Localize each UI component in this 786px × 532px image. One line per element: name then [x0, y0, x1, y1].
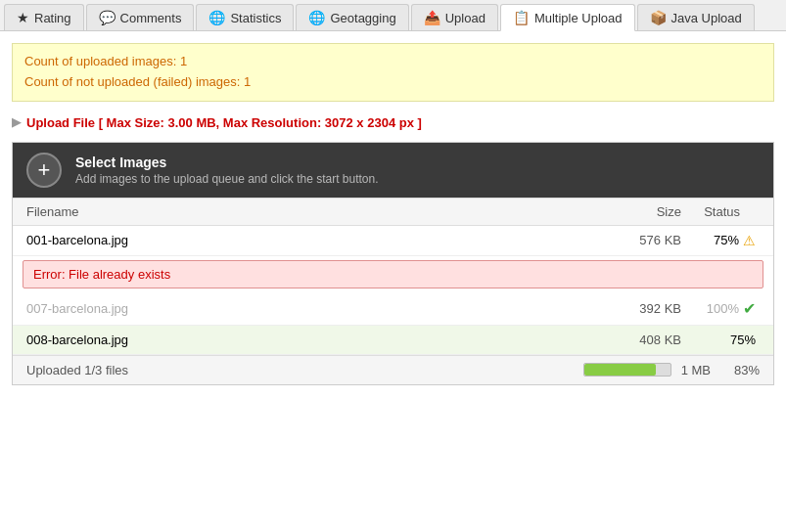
- select-images-bar: + Select Images Add images to the upload…: [13, 143, 773, 198]
- footer-size: 1 MB: [681, 363, 711, 377]
- upload-header: ▶ Upload File [ Max Size: 3.00 MB, Max R…: [12, 115, 774, 130]
- tab-multiple-upload[interactable]: 📋Multiple Upload: [500, 4, 635, 31]
- file-status-pct-0: 75%: [714, 233, 739, 247]
- header-status: Status: [681, 204, 760, 219]
- comments-tab-icon: 💬: [99, 10, 116, 25]
- tab-upload[interactable]: 📤Upload: [411, 4, 498, 30]
- tab-geotagging[interactable]: 🌐Geotagging: [296, 4, 408, 30]
- file-name-2: 008-barcelona.jpg: [26, 332, 603, 347]
- progress-bar: [583, 363, 671, 377]
- plus-icon: +: [38, 157, 51, 183]
- table-row: 001-barcelona.jpg576 KB75%⚠: [13, 226, 773, 256]
- file-name-0: 001-barcelona.jpg: [26, 233, 603, 247]
- footer-label: Uploaded 1/3 files: [26, 363, 574, 377]
- collapse-arrow-icon[interactable]: ▶: [12, 115, 21, 129]
- file-table-header: Filename Size Status: [13, 198, 773, 226]
- error-message-0: Error: File already exists: [23, 260, 763, 288]
- multiple-upload-tab-label: Multiple Upload: [534, 11, 623, 25]
- rating-tab-label: Rating: [34, 11, 71, 25]
- tab-java-upload[interactable]: 📦Java Upload: [637, 4, 755, 30]
- tabs-container: ★Rating💬Comments🌐Statistics🌐Geotagging📤U…: [0, 0, 786, 31]
- select-images-title: Select Images: [75, 155, 379, 170]
- table-row: 008-barcelona.jpg408 KB75%: [13, 326, 773, 355]
- tab-bar: ★Rating💬Comments🌐Statistics🌐Geotagging📤U…: [0, 0, 786, 31]
- upload-tab-label: Upload: [445, 11, 485, 25]
- java-upload-tab-icon: 📦: [650, 10, 667, 25]
- footer-percent: 83%: [720, 363, 760, 377]
- notice-line1: Count of uploaded images: 1: [24, 52, 762, 72]
- java-upload-tab-label: Java Upload: [671, 11, 742, 25]
- file-status-2: 75%: [681, 332, 760, 347]
- add-files-button[interactable]: +: [26, 153, 62, 188]
- progress-bar-fill: [584, 364, 656, 376]
- multiple-upload-tab-icon: 📋: [513, 10, 530, 25]
- upload-header-text: Upload File [ Max Size: 3.00 MB, Max Res…: [26, 115, 422, 130]
- tab-rating[interactable]: ★Rating: [4, 4, 84, 30]
- geotagging-tab-icon: 🌐: [308, 10, 325, 25]
- comments-tab-label: Comments: [120, 11, 182, 25]
- file-size-1: 392 KB: [603, 301, 681, 316]
- main-content: Count of uploaded images: 1 Count of not…: [0, 31, 786, 397]
- upload-footer: Uploaded 1/3 files 1 MB 83%: [13, 355, 773, 384]
- notice-line2: Count of not uploaded (failed) images: 1: [24, 72, 762, 93]
- statistics-tab-icon: 🌐: [208, 10, 225, 25]
- upload-tab-icon: 📤: [424, 10, 440, 25]
- file-size-2: 408 KB: [603, 332, 681, 347]
- table-row: 007-barcelona.jpg392 KB100%✔: [13, 292, 773, 326]
- select-images-text: Select Images Add images to the upload q…: [75, 155, 379, 186]
- header-size: Size: [603, 204, 681, 219]
- file-size-0: 576 KB: [603, 233, 681, 247]
- file-status-pct-1: 100%: [707, 301, 739, 316]
- tab-statistics[interactable]: 🌐Statistics: [196, 4, 294, 30]
- files-count: 1/3 files: [84, 363, 128, 377]
- select-images-subtitle: Add images to the upload queue and click…: [75, 172, 379, 186]
- file-rows: 001-barcelona.jpg576 KB75%⚠Error: File a…: [13, 226, 773, 355]
- statistics-tab-label: Statistics: [230, 11, 281, 25]
- file-name-1: 007-barcelona.jpg: [26, 301, 603, 316]
- header-filename: Filename: [26, 204, 603, 219]
- tab-comments[interactable]: 💬Comments: [86, 4, 195, 30]
- uploaded-label-text: Uploaded: [26, 363, 84, 377]
- geotagging-tab-label: Geotagging: [330, 11, 395, 25]
- notice-box: Count of uploaded images: 1 Count of not…: [12, 43, 774, 102]
- ok-icon: ✔: [743, 299, 756, 318]
- warn-icon: ⚠: [743, 233, 756, 248]
- file-status-pct-2: 75%: [730, 332, 756, 347]
- upload-panel: + Select Images Add images to the upload…: [12, 142, 774, 385]
- rating-tab-icon: ★: [17, 10, 29, 25]
- file-status-1: 100%✔: [681, 299, 760, 318]
- file-status-0: 75%⚠: [681, 233, 760, 248]
